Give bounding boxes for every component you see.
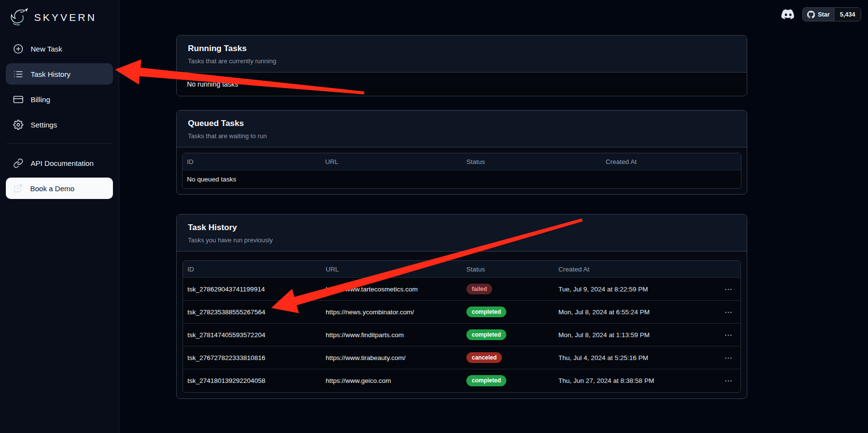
app-window: SKYVERN New Task Task History Bi [0,0,868,433]
github-icon [807,11,815,18]
queued-tasks-card: Queued Tasks Tasks that are waiting to r… [176,110,747,195]
link-icon [13,158,23,168]
table-row[interactable]: tsk_278147405593572204 https://www.findi… [183,324,740,346]
running-tasks-card: Running Tasks Tasks that are currently r… [176,35,747,96]
task-history-header: Task History Tasks you have run previous… [177,215,747,252]
status-badge: completed [466,307,506,317]
task-id-cell: tsk_278147405593572204 [183,331,321,339]
table-row[interactable]: tsk_278235388555267564 https://news.ycom… [183,301,740,324]
created-at-cell: Tue, Jul 9, 2024 at 8:22:59 PM [554,286,717,293]
sidebar-item-label: API Documentation [31,159,93,167]
queued-tasks-header: Queued Tasks Tasks that are waiting to r… [177,110,747,147]
sidebar-divider [7,143,112,144]
main-content: Star 5,434 R S Running Tasks Tasks that … [119,0,868,433]
column-header-created-at: Created At [601,158,741,165]
table-row[interactable]: tsk_276727822333810816 https://www.tirab… [183,346,740,369]
card-subtitle: Tasks that are waiting to run [188,132,736,140]
sidebar-item-billing[interactable]: Billing [6,89,113,110]
created-at-cell: Mon, Jul 8, 2024 at 1:13:59 PM [554,331,717,339]
sidebar-item-label: Billing [31,95,50,104]
row-actions-button[interactable]: ⋯ [721,351,736,364]
actions-cell: ⋯ [717,283,740,296]
card-subtitle: Tasks that are currently running [188,57,736,65]
sidebar-nav: New Task Task History Billing [6,38,113,199]
column-header-status: Status [462,158,601,165]
status-cell: completed [462,375,554,386]
topbar: Star 5,434 R S [781,7,868,21]
column-header-created-at: Created At [554,266,717,273]
table-row[interactable]: tsk_278629043741199914 https://www.tarte… [183,278,740,301]
column-header-url: URL [321,158,462,165]
status-badge: completed [466,329,506,340]
github-star-count[interactable]: 5,434 [834,8,860,21]
gear-icon [13,120,23,130]
card-title: Queued Tasks [188,119,736,128]
list-icon [13,69,23,79]
running-tasks-header: Running Tasks Tasks that are currently r… [177,36,747,72]
card-title: Running Tasks [188,44,736,54]
created-at-cell: Thu, Jul 4, 2024 at 5:25:16 PM [554,354,717,361]
task-url-cell: https://news.ycombinator.com/ [321,308,462,316]
actions-cell: ⋯ [717,306,740,319]
task-id-cell: tsk_278235388555267564 [183,308,321,316]
github-star-button[interactable]: Star [803,8,834,21]
discord-icon [781,9,795,19]
created-at-cell: Thu, Jun 27, 2024 at 8:38:58 PM [554,377,717,384]
plus-circle-icon [13,44,23,54]
status-cell: failed [462,284,554,294]
github-star-widget: Star 5,434 [802,7,861,21]
task-url-cell: https://www.finditparts.com [321,331,462,339]
task-url-cell: https://www.geico.com [321,377,462,384]
task-history-rows: tsk_278629043741199914 https://www.tarte… [183,278,740,392]
credit-card-icon [13,94,23,105]
discord-button[interactable] [781,9,795,19]
logo[interactable]: SKYVERN [6,6,113,38]
running-tasks-empty: No running tasks [177,72,747,96]
sidebar-item-new-task[interactable]: New Task [6,38,113,59]
row-actions-button[interactable]: ⋯ [721,283,736,296]
sidebar-item-api-documentation[interactable]: API Documentation [6,152,113,174]
status-cell: canceled [462,352,554,363]
status-badge: failed [466,284,492,294]
column-header-status: Status [462,266,554,273]
table-row[interactable]: tsk_274180139292204058 https://www.geico… [183,369,740,392]
actions-cell: ⋯ [717,351,740,364]
sidebar-item-task-history[interactable]: Task History [6,63,113,85]
task-id-cell: tsk_276727822333810816 [183,354,321,361]
sidebar-item-label: New Task [31,45,62,53]
row-actions-button[interactable]: ⋯ [721,328,736,342]
content-column: Running Tasks Tasks that are currently r… [176,35,747,399]
task-history-card: Task History Tasks you have run previous… [176,214,747,399]
queued-table-header-row: ID URL Status Created At [183,153,741,170]
task-id-cell: tsk_278629043741199914 [183,286,321,293]
sidebar-item-label: Book a Demo [30,184,74,193]
sidebar-item-label: Settings [31,121,57,129]
sidebar-item-settings[interactable]: Settings [6,114,113,135]
status-badge: completed [466,375,506,386]
row-actions-button[interactable]: ⋯ [721,374,736,387]
column-header-url: URL [321,266,462,273]
history-table-header-row: ID URL Status Created At [183,261,740,278]
external-link-icon [13,183,23,193]
status-badge: canceled [466,352,502,363]
task-url-cell: https://www.tirabeauty.com/ [321,354,462,361]
queued-tasks-table: ID URL Status Created At No queued tasks [182,153,741,189]
column-header-id: ID [183,266,321,273]
row-actions-button[interactable]: ⋯ [721,306,736,319]
skyvern-logo-icon [9,8,30,27]
github-star-label: Star [818,11,830,18]
task-url-cell: https://www.tartecosmetics.com [321,286,462,293]
card-title: Task History [188,223,736,233]
book-a-demo-button[interactable]: Book a Demo [6,178,113,199]
brand-name: SKYVERN [34,12,96,23]
star-count-value: 5,434 [840,11,855,18]
column-header-id: ID [183,158,321,165]
card-subtitle: Tasks you have run previously [188,236,736,244]
created-at-cell: Mon, Jul 8, 2024 at 6:55:24 PM [554,308,717,316]
actions-cell: ⋯ [717,374,740,387]
actions-cell: ⋯ [717,328,740,342]
status-cell: completed [462,329,554,340]
task-id-cell: tsk_274180139292204058 [183,377,321,384]
queued-tasks-empty: No queued tasks [183,170,741,188]
status-cell: completed [462,307,554,317]
